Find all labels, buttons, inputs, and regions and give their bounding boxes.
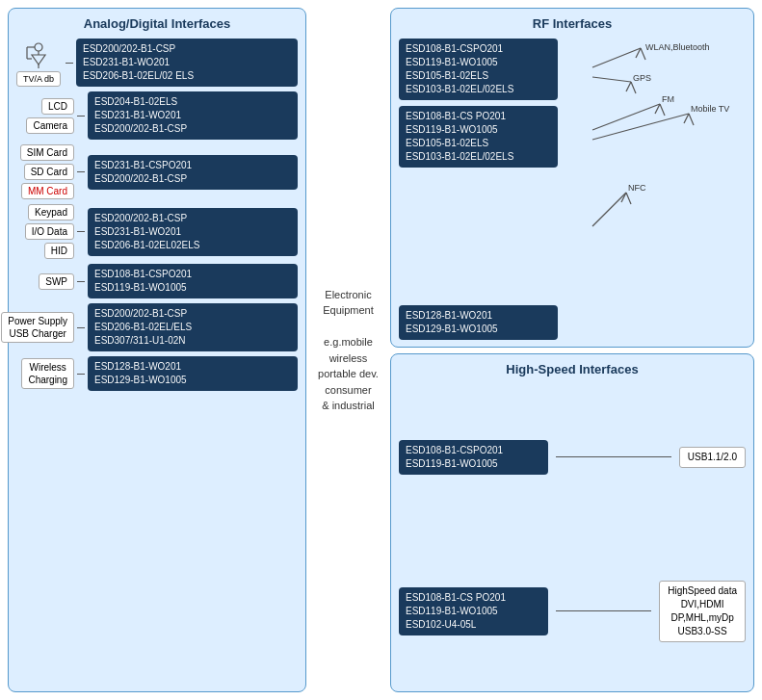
line1 xyxy=(66,63,73,64)
svg-line-15 xyxy=(592,104,660,130)
iodata-label: I/O Data xyxy=(25,223,74,240)
labels-keypad: Keypad I/O Data HID xyxy=(16,204,74,259)
box-swp: ESD108-B1-CSPO201ESD119-B1-WO1005 xyxy=(88,264,298,298)
hs-label1: USB1.1/2.0 xyxy=(679,447,746,468)
center-line8: & industrial xyxy=(322,400,374,411)
center-line7: consumer xyxy=(325,384,371,396)
rf-panel: RF Interfaces ESD108-B1-CSPO201ESD119-B1… xyxy=(390,8,754,348)
camera-label: Camera xyxy=(26,117,74,134)
main-container: Analog/Digital Interfaces TV/A db ESD200… xyxy=(0,0,762,700)
center-line2: Equipment xyxy=(323,304,374,316)
svg-text:NFC: NFC xyxy=(628,183,646,193)
hs-row2: ESD108-B1-CS PO201ESD119-B1-WO1005ESD102… xyxy=(399,538,746,685)
hs-content: ESD108-B1-CSPO201ESD119-B1-WO1005 USB1.1… xyxy=(399,384,746,686)
box-lcd: ESD204-B1-02ELSESD231-B1-WO201ESD200/202… xyxy=(88,91,298,140)
mm-label: MM Card xyxy=(21,183,74,199)
gate-icon xyxy=(24,39,53,70)
rf-boxes-col: ESD108-B1-CSPO201ESD119-B1-WO1005ESD105-… xyxy=(399,39,558,340)
swp-label: SWP xyxy=(39,273,74,290)
lcd-label: LCD xyxy=(41,98,74,115)
right-panel: RF Interfaces ESD108-B1-CSPO201ESD119-B1… xyxy=(390,8,754,692)
rf-box3-wrapper: ESD128-B1-WO201ESD129-B1-WO1005 xyxy=(399,305,558,340)
svg-point-0 xyxy=(35,43,42,51)
line3 xyxy=(77,171,85,172)
svg-line-23 xyxy=(592,193,626,226)
center-line1: Electronic xyxy=(325,289,371,300)
hid-label: HID xyxy=(44,243,74,259)
row-power: Power SupplyUSB Charger ESD200/202-B1-CS… xyxy=(16,303,298,351)
row-wireless: WirelessCharging ESD128-B1-WO201ESD129-B… xyxy=(16,356,298,391)
row-keypad: Keypad I/O Data HID ESD200/202-B1-CSPESD… xyxy=(16,204,298,259)
svg-line-17 xyxy=(660,104,665,116)
tvadb-label: TV/A db xyxy=(16,71,61,87)
rf-box3: ESD128-B1-WO201ESD129-B1-WO1005 xyxy=(399,305,558,340)
center-line4: e.g.mobile xyxy=(324,336,373,348)
labels-lcd-camera: LCD Camera xyxy=(16,98,74,134)
center-equipment-label: Electronic Equipment e.g.mobile wireless… xyxy=(312,8,384,692)
antenna-svg: WLAN,Bluetooth GPS FM xyxy=(564,39,746,340)
box-keypad: ESD200/202-B1-CSPESD231-B1-WO201ESD206-B… xyxy=(88,208,298,256)
svg-text:FM: FM xyxy=(662,94,674,104)
row-cards: SIM Card SD Card MM Card ESD231-B1-CSPO2… xyxy=(16,144,298,199)
left-panel: Analog/Digital Interfaces TV/A db ESD200… xyxy=(8,8,306,692)
svg-text:WLAN,Bluetooth: WLAN,Bluetooth xyxy=(645,42,710,52)
hs-label2: HighSpeed dataDVI,HDMIDP,MHL,myDpUSB3.0-… xyxy=(659,581,746,642)
power-label: Power SupplyUSB Charger xyxy=(1,312,74,343)
hs-panel: High-Speed Interfaces ESD108-B1-CSPO201E… xyxy=(390,353,754,693)
row-tvadb: TV/A db ESD200/202-B1-CSPESD231-B1-WO201… xyxy=(16,39,298,87)
svg-marker-2 xyxy=(32,55,45,65)
box-tvadb: ESD200/202-B1-CSPESD231-B1-WO201ESD206-B… xyxy=(76,39,298,87)
rf-box1: ESD108-B1-CSPO201ESD119-B1-WO1005ESD105-… xyxy=(399,39,558,100)
labels-swp: SWP xyxy=(16,273,74,290)
labels-power: Power SupplyUSB Charger xyxy=(16,312,74,343)
box-power: ESD200/202-B1-CSPESD206-B1-02EL/ELSESD30… xyxy=(88,303,298,351)
rf-antennas: WLAN,Bluetooth GPS FM xyxy=(564,39,746,340)
rf-box2: ESD108-B1-CS PO201ESD119-B1-WO1005ESD105… xyxy=(399,106,558,168)
sim-label: SIM Card xyxy=(20,144,74,161)
line2 xyxy=(77,116,85,117)
svg-line-21 xyxy=(689,114,694,125)
svg-line-7 xyxy=(592,48,641,67)
svg-text:GPS: GPS xyxy=(633,73,651,83)
hs-box2: ESD108-B1-CS PO201ESD119-B1-WO1005ESD102… xyxy=(399,587,548,635)
rf-title: RF Interfaces xyxy=(399,16,746,31)
line7 xyxy=(77,374,85,375)
hs-line2 xyxy=(556,610,651,611)
hs-row1: ESD108-B1-CSPO201ESD119-B1-WO1005 USB1.1… xyxy=(399,384,746,531)
line5 xyxy=(77,281,85,282)
hs-line1 xyxy=(556,456,671,457)
keypad-label: Keypad xyxy=(28,204,74,220)
svg-line-12 xyxy=(626,82,631,91)
sd-label: SD Card xyxy=(24,164,74,180)
labels-cards: SIM Card SD Card MM Card xyxy=(16,144,74,199)
box-wireless: ESD128-B1-WO201ESD129-B1-WO1005 xyxy=(88,356,298,391)
svg-line-25 xyxy=(626,193,631,204)
line4 xyxy=(77,231,85,232)
line6 xyxy=(77,327,85,328)
svg-line-13 xyxy=(631,82,636,93)
hs-title: High-Speed Interfaces xyxy=(399,362,746,376)
row-lcd-camera: LCD Camera ESD204-B1-02ELSESD231-B1-WO20… xyxy=(16,91,298,140)
labels-wireless: WirelessCharging xyxy=(16,358,74,389)
svg-line-11 xyxy=(592,77,631,82)
svg-line-19 xyxy=(592,114,689,140)
center-line5: wireless xyxy=(329,352,368,364)
gate-symbol: TV/A db xyxy=(16,39,61,87)
svg-text:Mobile TV: Mobile TV xyxy=(691,104,729,114)
box-cards: ESD231-B1-CSPO201ESD200/202-B1-CSP xyxy=(88,155,298,190)
left-panel-title: Analog/Digital Interfaces xyxy=(16,16,298,31)
row-swp: SWP ESD108-B1-CSPO201ESD119-B1-WO1005 xyxy=(16,264,298,298)
hs-box1: ESD108-B1-CSPO201ESD119-B1-WO1005 xyxy=(399,440,548,475)
wireless-label: WirelessCharging xyxy=(21,358,74,389)
center-line6: portable dev. xyxy=(318,368,379,379)
center-text: Electronic Equipment e.g.mobile wireless… xyxy=(318,287,379,414)
rf-content: ESD108-B1-CSPO201ESD119-B1-WO1005ESD105-… xyxy=(399,39,746,340)
